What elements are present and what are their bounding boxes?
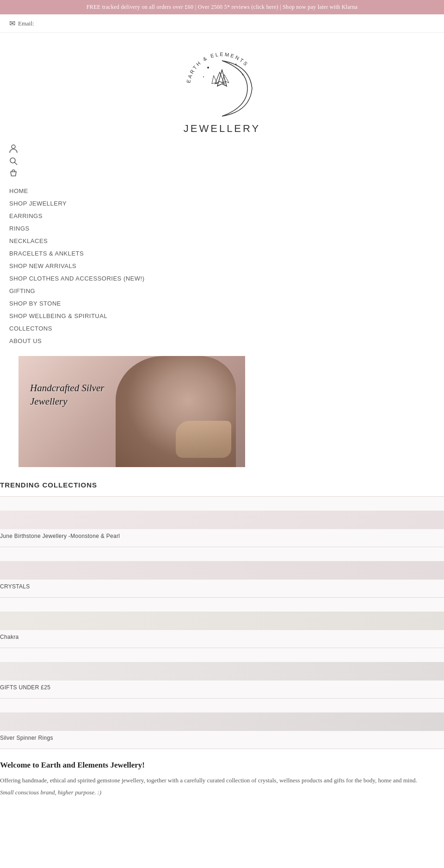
nav-about-us[interactable]: ABOUT US (9, 335, 435, 347)
welcome-tagline: Small conscious brand, higher purpose. :… (0, 789, 444, 796)
collection-image-1 (0, 511, 444, 529)
search-link[interactable] (9, 157, 435, 165)
collection-item-4[interactable]: GIFTS UNDER £25 (0, 648, 444, 699)
welcome-section: Welcome to Earth and Elements Jewellery!… (0, 749, 444, 810)
hero-text-block: Handcrafted Silver Jewellery (30, 381, 104, 409)
welcome-title: Welcome to Earth and Elements Jewellery! (0, 761, 444, 770)
account-icon (9, 144, 18, 153)
nav-bracelets[interactable]: BRACELETS & ANKLETS (9, 248, 435, 259)
collection-label-3: Chakra (0, 630, 444, 642)
account-link[interactable] (9, 144, 435, 153)
trending-heading: TRENDING COLLECTIONS (0, 481, 97, 489)
svg-point-7 (203, 76, 204, 77)
email-icon: ✉ (9, 19, 15, 28)
nav-clothes-accessories[interactable]: SHOP CLOTHES AND ACCESSORIES (NEW!) (9, 273, 435, 284)
nav-gifting[interactable]: GIFTING (9, 285, 435, 297)
nav-necklaces[interactable]: NECKLACES (9, 235, 435, 247)
collection-label-4: GIFTS UNDER £25 (0, 681, 444, 693)
svg-line-11 (15, 162, 18, 165)
nav-rings[interactable]: RINGS (9, 223, 435, 234)
collection-item-3[interactable]: Chakra (0, 598, 444, 648)
hero-text-line2: Jewellery (30, 395, 104, 408)
promo-banner[interactable]: FREE tracked delivery on all orders over… (0, 0, 444, 14)
collection-label-1: June Birthstone Jewellery -Moonstone & P… (0, 529, 444, 541)
site-logo[interactable]: EARTH & ELEMENTS JEWELLERY (176, 42, 268, 135)
collection-image-5 (0, 712, 444, 731)
promo-text: FREE tracked delivery on all orders over… (86, 4, 358, 10)
svg-point-10 (10, 158, 15, 163)
collection-label-2: CRYSTALS (0, 580, 444, 592)
collection-image-4 (0, 662, 444, 681)
hero-image: Handcrafted Silver Jewellery (18, 356, 245, 467)
hero-wrapper: Handcrafted Silver Jewellery (0, 356, 444, 476)
collection-item-2[interactable]: CRYSTALS (0, 547, 444, 598)
collection-item-1[interactable]: June Birthstone Jewellery -Moonstone & P… (0, 496, 444, 547)
cart-link[interactable] (9, 169, 435, 178)
email-label: Email: (18, 20, 34, 27)
trending-title: TRENDING COLLECTIONS (0, 476, 444, 496)
nav-earrings[interactable]: EARRINGS (9, 210, 435, 222)
welcome-description: Offering handmade, ethical and spirited … (0, 775, 444, 785)
hero-hand (176, 421, 231, 458)
svg-point-4 (207, 67, 209, 69)
collection-item-5[interactable]: Silver Spinner Rings (0, 699, 444, 749)
nav-shop-jewellery[interactable]: SHOP JEWELLERY (9, 198, 435, 209)
svg-point-9 (12, 145, 15, 149)
nav-new-arrivals[interactable]: SHOP NEW ARRIVALS (9, 260, 435, 272)
utility-icons (0, 139, 444, 183)
collection-image-3 (0, 612, 444, 630)
trending-section: TRENDING COLLECTIONS June Birthstone Jew… (0, 476, 444, 749)
svg-point-5 (235, 64, 237, 65)
nav-wellbeing[interactable]: SHOP WELLBEING & SPIRITUAL (9, 310, 435, 322)
search-icon (9, 157, 18, 165)
logo-svg: EARTH & ELEMENTS (176, 42, 268, 135)
cart-icon (9, 169, 18, 178)
nav-collections[interactable]: COLLECTONS (9, 323, 435, 334)
main-nav: HOME SHOP JEWELLERY EARRINGS RINGS NECKL… (0, 183, 444, 356)
site-header: ✉ Email: (0, 14, 444, 33)
collection-image-2 (0, 561, 444, 580)
svg-point-6 (242, 74, 244, 75)
nav-shop-by-stone[interactable]: SHOP BY STONE (9, 298, 435, 309)
hero-text-line1: Handcrafted Silver (30, 381, 104, 395)
collection-label-5: Silver Spinner Rings (0, 731, 444, 743)
logo-text: JEWELLERY (176, 123, 268, 135)
email-contact[interactable]: ✉ Email: (9, 19, 34, 28)
nav-home[interactable]: HOME (9, 185, 435, 197)
logo-area[interactable]: EARTH & ELEMENTS JEWELLERY (0, 33, 444, 139)
